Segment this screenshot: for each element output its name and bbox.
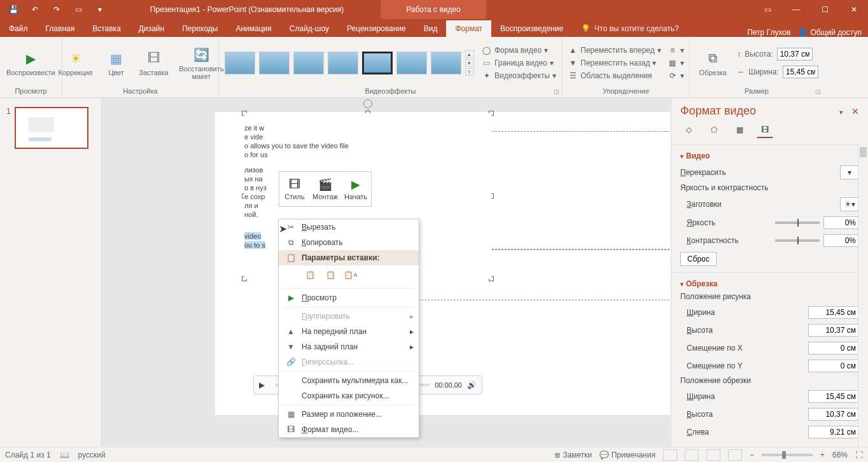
fit-to-window-icon[interactable]: ⛶ (855, 451, 863, 459)
cp-height-input[interactable] (808, 408, 859, 421)
undo-icon[interactable]: ↶ (25, 0, 45, 19)
video-style-2[interactable] (259, 52, 290, 74)
rotate-button[interactable]: ⟳▾ (668, 71, 684, 81)
mini-start-button[interactable]: ▶Начать (340, 172, 371, 206)
menu-format-video[interactable]: 🎞Формат видео... (279, 422, 419, 437)
crop-button[interactable]: ⧉ Обрезка (695, 50, 731, 76)
sorter-view-icon[interactable] (685, 449, 699, 461)
tab-playback[interactable]: Воспроизведение (491, 20, 572, 37)
height-input[interactable] (777, 48, 813, 60)
video-style-4[interactable] (328, 52, 358, 74)
zoom-out-icon[interactable]: − (750, 451, 754, 459)
size-properties-tab-icon[interactable]: ▦ (731, 122, 748, 138)
pane-options-icon[interactable]: ▾ (839, 108, 843, 116)
video-effects-button[interactable]: ✦Видеоэффекты ▾ (482, 71, 556, 81)
group-objects-button[interactable]: ▦▾ (668, 58, 684, 68)
menu-copy[interactable]: ⧉Копировать (279, 235, 419, 250)
brightness-input[interactable] (823, 216, 859, 229)
menu-save-picture[interactable]: Сохранить как рисунок... (279, 388, 419, 403)
close-icon[interactable]: ✕ (839, 0, 868, 19)
start-from-beginning-icon[interactable]: ▭ (69, 0, 88, 19)
video-border-button[interactable]: ▭Граница видео ▾ (482, 58, 556, 68)
dialog-launcher-styles[interactable]: ◲ (552, 88, 560, 95)
zoom-slider[interactable] (762, 454, 813, 456)
corrections-button[interactable]: ☀ Коррекция (55, 50, 96, 76)
gallery-scroll-up-icon[interactable]: ▴ (465, 50, 474, 58)
menu-preview[interactable]: ▶Просмотр (279, 290, 419, 305)
zoom-in-icon[interactable]: + (820, 451, 825, 459)
tab-transitions[interactable]: Переходы (173, 20, 227, 37)
video-tab-icon[interactable]: 🎞 (757, 122, 773, 138)
cp-width-input[interactable] (808, 390, 859, 403)
tab-slideshow[interactable]: Слайд-шоу (281, 20, 338, 37)
slideshow-view-icon[interactable] (728, 449, 742, 461)
video-style-3[interactable] (293, 52, 324, 74)
menu-save-media[interactable]: Сохранить мультимедиа как... (279, 373, 419, 388)
customize-qat-icon[interactable]: ▾ (90, 0, 109, 19)
zoom-level[interactable]: 66% (832, 451, 848, 459)
video-style-6[interactable] (396, 52, 427, 74)
pp-offsety-input[interactable] (808, 360, 859, 372)
menu-cut[interactable]: ✂Вырезать (279, 220, 419, 235)
play-button[interactable]: ▶ Воспроизвести (11, 50, 52, 76)
redo-icon[interactable]: ↷ (47, 0, 66, 19)
player-volume-icon[interactable]: 🔊 (467, 381, 477, 389)
crop-section-header[interactable]: Обрезка (680, 277, 859, 291)
pp-width-input[interactable] (808, 306, 859, 319)
gallery-scroll-down-icon[interactable]: ▾ (465, 59, 474, 67)
user-name[interactable]: Петр Глухов (747, 28, 790, 37)
gallery-more-icon[interactable]: ▿ (465, 68, 474, 76)
minimize-icon[interactable]: — (782, 0, 811, 19)
contrast-slider[interactable] (775, 239, 820, 242)
video-shape-button[interactable]: ◯Форма видео ▾ (482, 45, 556, 55)
comments-button[interactable]: 💬 Примечания (599, 451, 655, 459)
reading-view-icon[interactable] (706, 449, 720, 461)
normal-view-icon[interactable] (663, 449, 677, 461)
pp-height-input[interactable] (808, 324, 859, 337)
rotation-handle[interactable] (363, 99, 372, 108)
send-backward-button[interactable]: ▼Переместить назад ▾ (568, 58, 661, 68)
tab-review[interactable]: Рецензирование (338, 20, 415, 37)
maximize-icon[interactable]: ☐ (811, 0, 839, 19)
video-style-5[interactable] (362, 52, 393, 74)
dialog-launcher-size[interactable]: ◲ (814, 88, 822, 95)
pane-scrollbar[interactable] (858, 144, 868, 447)
tab-view[interactable]: Вид (415, 20, 447, 37)
tab-design[interactable]: Дизайн (130, 20, 173, 37)
slide-thumbnail-1[interactable] (15, 107, 88, 149)
contrast-input[interactable] (823, 234, 859, 247)
save-icon[interactable]: 💾 (4, 0, 23, 19)
ribbon-display-icon[interactable]: ▭ (753, 0, 782, 19)
tab-home[interactable]: Главная (37, 20, 84, 37)
menu-size-position[interactable]: ▦Размер и положение... (279, 407, 419, 422)
pp-offsetx-input[interactable] (808, 342, 859, 354)
bring-forward-button[interactable]: ▲Переместить вперед ▾ (568, 45, 661, 55)
poster-frame-button[interactable]: 🎞 Заставка (137, 50, 171, 76)
notes-button[interactable]: ≣ Заметки (554, 451, 592, 459)
effects-tab-icon[interactable]: ⬠ (706, 122, 722, 138)
paste-option-2[interactable]: 📋 (322, 267, 339, 283)
tab-file[interactable]: Файл (0, 20, 37, 37)
cp-left-input[interactable] (808, 426, 859, 438)
language-indicator[interactable]: русский (78, 451, 106, 459)
paste-option-3[interactable]: 📋A (342, 267, 359, 283)
video-style-1[interactable] (225, 52, 255, 74)
tab-animation[interactable]: Анимация (227, 20, 280, 37)
color-button[interactable]: ▦ Цвет (102, 50, 130, 76)
tab-format[interactable]: Формат (446, 20, 491, 37)
fill-line-tab-icon[interactable]: ◇ (680, 122, 697, 138)
recolor-combo[interactable]: ▾ (840, 165, 859, 179)
mini-style-button[interactable]: 🎞Стиль (279, 172, 310, 206)
brightness-slider[interactable] (775, 221, 820, 224)
share-button[interactable]: 👤 Общий доступ (798, 28, 862, 37)
presets-combo[interactable]: ☀▾ (840, 197, 859, 211)
menu-send-back[interactable]: ▼На задний план▸ (279, 339, 419, 354)
spellcheck-icon[interactable]: 📖 (60, 451, 69, 459)
paste-option-1[interactable]: 📋 (302, 267, 318, 283)
video-style-7[interactable] (431, 52, 461, 74)
mini-trim-button[interactable]: 🎬Монтаж (310, 172, 340, 206)
align-button[interactable]: ≡▾ (668, 45, 684, 55)
video-section-header[interactable]: Видео (680, 149, 859, 163)
reset-button[interactable]: Сброс (680, 252, 717, 266)
selection-pane-button[interactable]: ☰Область выделения (568, 71, 661, 81)
